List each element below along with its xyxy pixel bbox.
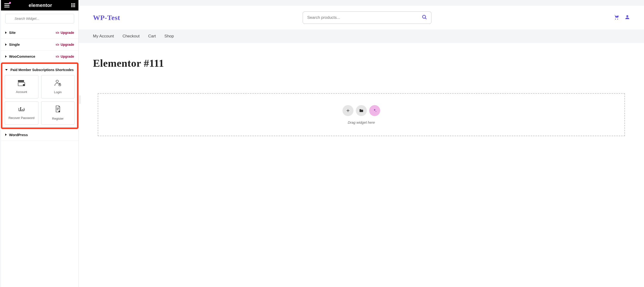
pms-category-header[interactable]: Paid Member Subscriptions Shortcodes: [5, 66, 74, 75]
header-actions: [614, 15, 630, 20]
svg-line-14: [425, 18, 427, 19]
crown-icon: [56, 55, 59, 58]
plus-icon: [346, 109, 350, 112]
elementor-logo: elementor: [28, 2, 52, 8]
sparkle-icon: [372, 108, 377, 113]
category-woocommerce[interactable]: WooCommerce Upgrade: [1, 50, 78, 62]
chevron-right-icon: [5, 32, 7, 34]
widget-label: Recover Password: [8, 116, 34, 120]
upgrade-link[interactable]: Upgrade: [56, 43, 74, 46]
site-brand[interactable]: WP-Test: [93, 14, 120, 22]
pms-shortcodes-section: Paid Member Subscriptions Shortcodes Acc…: [1, 62, 78, 129]
pms-title: Paid Member Subscriptions Shortcodes: [10, 68, 74, 72]
site-header: WP-Test: [79, 6, 644, 30]
svg-point-15: [626, 15, 628, 17]
menu-button[interactable]: [4, 3, 10, 8]
nav-my-account[interactable]: My Account: [93, 34, 114, 38]
dropzone-hint: Drag widget here: [348, 120, 375, 124]
sidebar-collapse-handle[interactable]: [78, 95, 81, 104]
category-site[interactable]: Site Upgrade: [1, 27, 78, 38]
chevron-right-icon: [5, 44, 7, 46]
cart-icon[interactable]: [614, 15, 619, 20]
widget-login[interactable]: Login: [41, 75, 75, 98]
category-single[interactable]: Single Upgrade: [1, 38, 78, 50]
chevron-right-icon: [5, 55, 7, 58]
login-icon: [54, 80, 62, 88]
elementor-sidebar: elementor Site Upgrade Single: [1, 0, 79, 287]
notification-dot-icon: [9, 2, 11, 4]
add-widget-button[interactable]: [342, 105, 354, 116]
upgrade-link[interactable]: Upgrade: [56, 54, 74, 58]
category-label: WordPress: [9, 133, 28, 137]
nav-checkout[interactable]: Checkout: [122, 34, 140, 38]
crown-icon: [56, 31, 59, 34]
register-icon: $: [54, 105, 61, 114]
widget-account[interactable]: Account: [5, 75, 38, 98]
svg-rect-3: [18, 81, 24, 82]
upgrade-link[interactable]: Upgrade: [56, 31, 74, 34]
top-strip: [79, 0, 644, 6]
category-label: WooCommerce: [9, 54, 35, 58]
chevron-right-icon: [5, 134, 7, 136]
widget-label: Login: [54, 90, 62, 94]
search-widget-input[interactable]: [5, 14, 74, 23]
svg-point-6: [56, 80, 58, 82]
upgrade-label: Upgrade: [60, 31, 74, 34]
svg-rect-5: [23, 84, 24, 86]
upgrade-label: Upgrade: [60, 43, 74, 46]
nav-cart[interactable]: Cart: [148, 34, 156, 38]
category-label: Single: [9, 42, 20, 46]
widget-dropzone[interactable]: Drag widget here: [98, 93, 625, 136]
widget-recover-password[interactable]: [...] Recover Password: [5, 101, 38, 125]
nav-shop[interactable]: Shop: [164, 34, 174, 38]
category-wordpress[interactable]: WordPress: [1, 129, 78, 141]
svg-rect-7: [59, 84, 61, 86]
ai-button[interactable]: [369, 105, 380, 116]
search-widget-wrap: [1, 10, 78, 27]
page-canvas: WP-Test My Account Checkout Cart Shop El…: [79, 0, 644, 287]
apps-grid-button[interactable]: [71, 3, 75, 7]
svg-rect-2: [18, 80, 24, 81]
main-nav: My Account Checkout Cart Shop: [79, 30, 644, 43]
widget-label: Register: [52, 117, 64, 120]
product-search-input[interactable]: [303, 12, 432, 24]
dropzone-buttons: [342, 105, 380, 116]
product-search: [303, 12, 432, 24]
svg-point-13: [422, 15, 426, 18]
widget-register[interactable]: $ Register: [41, 101, 75, 125]
widget-label: Account: [16, 90, 27, 94]
template-library-button[interactable]: [356, 105, 367, 116]
chevron-down-icon: [5, 69, 8, 70]
svg-text:$: $: [59, 110, 60, 112]
page-title: Elementor #111: [93, 57, 630, 69]
search-icon[interactable]: [422, 14, 427, 21]
account-icon: [18, 80, 26, 87]
svg-text:[...]: [...]: [20, 107, 25, 110]
sidebar-header: elementor: [1, 0, 78, 10]
crown-icon: [56, 43, 59, 46]
pms-widget-grid: Account Login [...] Recover Password $ R…: [5, 75, 74, 125]
user-icon[interactable]: [625, 15, 630, 20]
folder-icon: [359, 109, 364, 112]
page-content: Elementor #111 Drag widget here: [79, 43, 644, 287]
category-label: Site: [9, 30, 16, 34]
upgrade-label: Upgrade: [60, 54, 74, 58]
recover-password-icon: [...]: [18, 106, 25, 113]
